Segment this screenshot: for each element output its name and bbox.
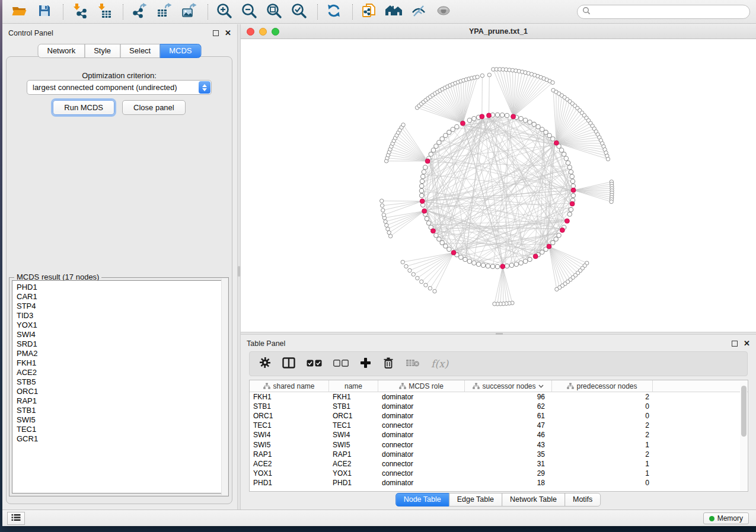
tab-network-table[interactable]: Network Table [502, 493, 565, 507]
function-builder-button[interactable]: f(x) [431, 358, 448, 370]
close-table-panel-button[interactable]: ✕ [744, 341, 750, 347]
table-scrollbar[interactable] [740, 381, 747, 491]
search-input[interactable] [591, 6, 749, 18]
search-field[interactable] [577, 5, 750, 19]
mcds-result-item[interactable]: SWI4 [17, 330, 225, 339]
column-label: shared name [273, 382, 314, 390]
table-panel-header: Table Panel ✕ [241, 335, 756, 349]
mcds-result-item[interactable]: YOX1 [17, 321, 225, 330]
mcds-result-scrollbar[interactable] [221, 278, 228, 495]
run-mcds-button[interactable]: Run MCDS [53, 100, 114, 115]
hide-selected-button[interactable] [410, 3, 428, 21]
tab-select[interactable]: Select [120, 44, 160, 58]
memory-button[interactable]: Memory [703, 512, 749, 524]
optimization-criterion-select[interactable]: largest connected component (undirected) [27, 80, 212, 95]
column-header-shared-name[interactable]: shared name [250, 380, 329, 392]
mcds-tab-content: Optimization criterion: largest connecte… [6, 56, 232, 504]
export-network-button[interactable] [130, 3, 148, 21]
splitter-handle[interactable] [238, 266, 240, 277]
zoom-out-button[interactable] [240, 3, 258, 21]
export-image-button[interactable] [180, 3, 198, 21]
cell-shared-name: FKH1 [250, 393, 329, 401]
minimize-window-icon[interactable] [259, 28, 267, 36]
table-row[interactable]: SWI4SWI4dominator462 [250, 430, 748, 440]
mcds-result-item[interactable]: GCR1 [17, 434, 225, 444]
column-header-successor-nodes[interactable]: successor nodes [465, 380, 552, 392]
select-all-button[interactable] [307, 358, 322, 369]
show-all-button[interactable] [435, 3, 452, 21]
mcds-result-item[interactable]: ORC1 [17, 387, 225, 396]
delete-table-button[interactable] [406, 358, 420, 370]
plus-icon [360, 357, 371, 371]
close-panel-button[interactable]: ✕ [225, 30, 231, 36]
table-row[interactable]: FKH1FKH1dominator962 [250, 392, 748, 402]
table-settings-button[interactable] [259, 357, 271, 371]
export-table-button[interactable] [155, 3, 173, 21]
mcds-result-item[interactable]: STP4 [17, 302, 225, 311]
tab-mcds[interactable]: MCDS [160, 44, 201, 58]
zoom-in-button[interactable] [215, 3, 233, 21]
column-label: name [344, 382, 362, 390]
new-network-from-selection-button[interactable] [360, 3, 378, 21]
export-network-icon [132, 3, 147, 21]
import-network-button[interactable] [71, 3, 88, 21]
houses-icon [385, 4, 403, 20]
delete-column-button[interactable] [382, 357, 394, 371]
tree-icon [567, 383, 574, 389]
table-row[interactable]: YOX1YOX1connector291 [250, 469, 748, 478]
maximize-window-icon[interactable] [272, 28, 279, 36]
mcds-result-item[interactable]: CAR1 [17, 292, 225, 302]
main-toolbar [2, 0, 756, 24]
mcds-result-item[interactable]: SRD1 [17, 339, 225, 349]
mcds-result-item[interactable]: RAP1 [17, 396, 225, 406]
first-neighbors-button[interactable] [385, 3, 403, 21]
mcds-result-item[interactable]: PMA2 [17, 349, 225, 358]
zoom-selected-button[interactable] [290, 3, 308, 21]
tab-style[interactable]: Style [84, 44, 120, 58]
open-folder-icon [11, 4, 28, 20]
cell-mcds-role: dominator [378, 412, 465, 420]
mcds-result-item[interactable]: PHD1 [17, 283, 225, 292]
task-history-button[interactable] [7, 512, 25, 525]
add-column-button[interactable] [360, 357, 371, 371]
table-row[interactable]: ORC1ORC1dominator610 [250, 411, 748, 421]
column-header-name[interactable]: name [329, 380, 378, 392]
import-table-button[interactable] [95, 3, 113, 21]
table-row[interactable]: SWI5SWI5connector431 [250, 440, 748, 449]
table-row[interactable]: ACE2ACE2connector311 [250, 459, 748, 469]
tab-edge-table[interactable]: Edge Table [449, 493, 502, 507]
table-row[interactable]: RAP1RAP1dominator352 [250, 450, 748, 459]
tab-network[interactable]: Network [37, 44, 85, 58]
scrollbar-thumb[interactable] [741, 386, 747, 437]
table-row[interactable]: TEC1TEC1connector472 [250, 421, 748, 430]
column-header-mcds-role[interactable]: MCDS role [378, 380, 465, 392]
mcds-result-item[interactable]: STB5 [17, 377, 225, 387]
mcds-result-item[interactable]: TEC1 [17, 425, 225, 434]
show-columns-button[interactable] [282, 357, 295, 371]
mcds-result-item[interactable]: STB1 [17, 406, 225, 415]
network-canvas[interactable] [241, 39, 756, 332]
mcds-result-item[interactable]: FKH1 [17, 358, 225, 368]
open-file-button[interactable] [11, 3, 28, 21]
cell-mcds-role: connector [378, 441, 465, 449]
mcds-result-item[interactable]: TID3 [17, 311, 225, 321]
column-header-predecessor-nodes[interactable]: predecessor nodes [552, 380, 653, 392]
save-session-button[interactable] [36, 3, 53, 21]
mcds-result-item[interactable]: ACE2 [17, 368, 225, 377]
zoom-fit-button[interactable] [265, 3, 283, 21]
mcds-result-list[interactable]: PHD1CAR1STP4TID3YOX1SWI4SRD1PMA2FKH1ACE2… [12, 280, 226, 493]
float-table-panel-button[interactable] [732, 341, 738, 347]
save-icon [37, 4, 52, 20]
float-panel-button[interactable] [213, 30, 219, 36]
cell-mcds-role: dominator [378, 393, 465, 401]
close-window-icon[interactable] [247, 28, 254, 36]
apply-layout-button[interactable] [325, 3, 343, 21]
tab-node-table[interactable]: Node Table [395, 493, 449, 507]
table-row[interactable]: STB1STB1dominator620 [250, 402, 748, 411]
documents-share-icon [361, 2, 377, 21]
mcds-result-item[interactable]: SWI5 [17, 415, 225, 425]
close-panel-button-mcds[interactable]: Close panel [122, 100, 186, 115]
table-row[interactable]: PHD1PHD1dominator180 [250, 478, 748, 488]
deselect-all-button[interactable] [333, 358, 349, 369]
tab-motifs[interactable]: Motifs [564, 493, 601, 507]
